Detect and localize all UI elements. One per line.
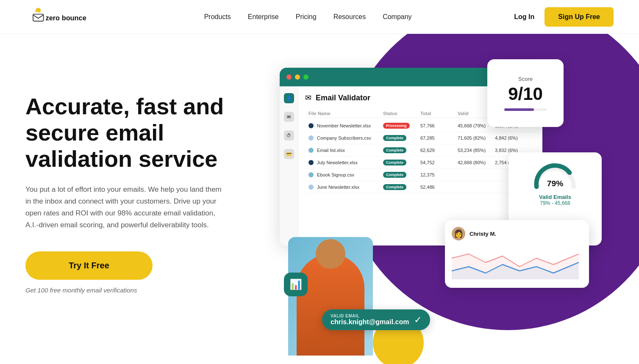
check-icon: ✓ xyxy=(414,314,422,325)
avatar: 👩 xyxy=(452,227,465,240)
gauge-chart: 79% xyxy=(530,161,581,190)
row-valid: 53,234 (85%) xyxy=(458,148,495,153)
svg-text:zero bounce: zero bounce xyxy=(45,14,86,22)
sidebar-icon-user[interactable]: 👤 xyxy=(284,93,294,103)
row-valid: 42,868 (80%) xyxy=(458,160,495,165)
row-dot xyxy=(308,160,314,165)
row-total: 57,766 xyxy=(420,123,458,128)
signup-button[interactable]: Sign Up Free xyxy=(545,7,614,27)
table-row: Ebook Signup.csv Complete 12,375 xyxy=(305,169,536,181)
score-bar-fill xyxy=(504,108,534,111)
nav-links: Products Enterprise Pricing Resources Co… xyxy=(204,13,412,21)
person-head xyxy=(316,239,345,269)
toast-email: chris.knight@gmail.com xyxy=(331,318,409,326)
nav-products[interactable]: Products xyxy=(204,13,231,21)
person-photo xyxy=(288,237,373,356)
row-filename: Company Subscribers.csv xyxy=(308,135,383,141)
dashboard-sidebar: 👤 ✉ ⏱ 💳 xyxy=(280,86,298,245)
row-dot xyxy=(308,148,314,153)
free-note: Get 100 free monthly email verifications xyxy=(25,287,263,294)
row-filename: November Newsletter.xlsx xyxy=(308,123,383,128)
col-filename: File Name xyxy=(308,111,383,116)
row-filename: Email list.xlsx xyxy=(308,148,383,153)
row-status: Complete xyxy=(383,172,420,178)
valid-email-toast: VALID EMAIL chris.knight@gmail.com ✓ xyxy=(322,309,430,330)
hero-right: 👤 ✉ ⏱ 💳 ✉ Email Validator File Name Stat… xyxy=(263,59,614,356)
hero-description: You put a lot of effort into your emails… xyxy=(25,184,229,231)
sidebar-icon-email[interactable]: ✉ xyxy=(284,112,294,122)
gauge-container: 79% xyxy=(517,161,593,190)
window-dot-red xyxy=(286,74,292,80)
row-filename: July Newsletter.xlsx xyxy=(308,160,383,165)
status-badge: Complete xyxy=(383,147,406,153)
navigation: zero bounce Products Enterprise Pricing … xyxy=(0,0,639,34)
valid-count: 79% - 45,668 xyxy=(517,200,593,206)
toast-text: VALID EMAIL chris.knight@gmail.com xyxy=(331,314,409,326)
status-badge: Complete xyxy=(383,172,406,178)
status-badge: Processing xyxy=(383,123,410,129)
score-bar xyxy=(504,108,547,111)
row-total: 12,375 xyxy=(420,172,458,177)
nav-company[interactable]: Company xyxy=(383,13,411,21)
table-row: Company Subscribers.csv Complete 67,285 … xyxy=(305,132,536,144)
hero-section: Accurate, fast and secure email validati… xyxy=(0,34,639,364)
svg-rect-0 xyxy=(33,14,44,21)
toast-label: VALID EMAIL xyxy=(331,314,409,318)
svg-text:79%: 79% xyxy=(547,179,564,188)
row-invalid: 4,842 (6%) xyxy=(495,135,532,141)
row-dot xyxy=(308,185,314,190)
row-filename: Ebook Signup.csv xyxy=(308,172,383,177)
score-card: Score 9/10 xyxy=(487,59,564,127)
window-dot-green xyxy=(303,74,308,80)
col-status: Status xyxy=(383,111,420,116)
row-filename: June Newsletter.xlsx xyxy=(308,185,383,190)
email-validator-icon: ✉ xyxy=(305,93,311,102)
row-status: Complete xyxy=(383,147,420,153)
nav-resources[interactable]: Resources xyxy=(333,13,366,21)
row-status: Complete xyxy=(383,184,420,190)
line-chart xyxy=(452,245,579,279)
table-rows: November Newsletter.xlsx Processing 57,7… xyxy=(305,120,536,193)
nav-pricing[interactable]: Pricing xyxy=(296,13,317,21)
status-badge: Complete xyxy=(383,135,406,141)
row-dot xyxy=(308,135,314,141)
login-button[interactable]: Log In xyxy=(514,13,534,21)
row-total: 54,752 xyxy=(420,160,458,165)
chart-person-name: Christy M. xyxy=(470,231,496,237)
person-silhouette xyxy=(297,254,364,356)
col-total: Total xyxy=(420,111,458,116)
hero-title: Accurate, fast and secure email validati… xyxy=(25,93,263,172)
nav-enterprise[interactable]: Enterprise xyxy=(248,13,279,21)
sidebar-icon-clock[interactable]: ⏱ xyxy=(284,130,294,141)
nav-actions: Log In Sign Up Free xyxy=(514,7,614,27)
try-free-button[interactable]: Try It Free xyxy=(25,251,153,280)
sidebar-icon-card[interactable]: 💳 xyxy=(284,149,294,159)
table-row: June Newsletter.xlsx Complete 52,486 xyxy=(305,181,536,193)
score-label: Score xyxy=(518,76,533,82)
row-total: 62,629 xyxy=(420,148,458,153)
status-badge: Complete xyxy=(383,160,406,165)
activity-icon-card: 📊 xyxy=(284,273,308,296)
row-valid: 71,605 (82%) xyxy=(458,135,495,141)
dashboard-title: Email Validator xyxy=(316,94,370,102)
hero-left: Accurate, fast and secure email validati… xyxy=(25,59,263,294)
row-total: 52,486 xyxy=(420,185,458,190)
row-status: Complete xyxy=(383,135,420,141)
window-dot-yellow xyxy=(295,74,300,80)
chart-person: 👩 Christy M. xyxy=(452,227,582,240)
row-dot xyxy=(308,172,314,177)
logo[interactable]: zero bounce xyxy=(25,6,102,28)
chart-card: 👩 Christy M. xyxy=(445,220,589,288)
table-row: July Newsletter.xlsx Complete 54,752 42,… xyxy=(305,157,536,169)
row-dot xyxy=(308,123,314,128)
activity-icon: 📊 xyxy=(289,279,302,290)
score-value: 9/10 xyxy=(508,84,543,104)
status-badge: Complete xyxy=(383,184,406,190)
row-status: Processing xyxy=(383,123,420,129)
valid-label: Valid Emails xyxy=(517,194,593,200)
table-row: Email list.xlsx Complete 62,629 53,234 (… xyxy=(305,144,536,157)
row-total: 67,285 xyxy=(420,135,458,141)
row-status: Complete xyxy=(383,160,420,165)
